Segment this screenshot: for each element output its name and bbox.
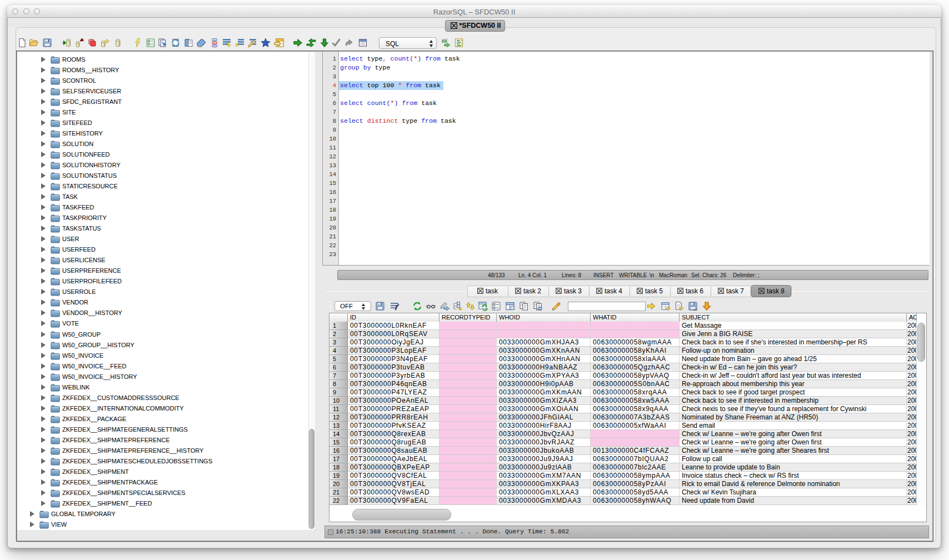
svg-text:66: 66 — [442, 38, 447, 44]
